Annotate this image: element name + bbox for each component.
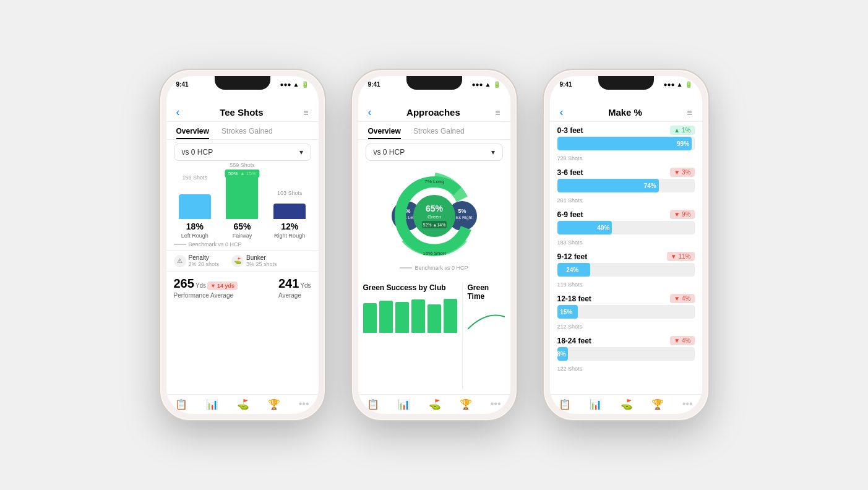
nav-trophy-1[interactable]: 🏆: [268, 398, 280, 410]
perf-badge: ▼ 14 yds: [207, 282, 238, 290]
benchmark-line-1: [174, 244, 186, 245]
dist-row-2: 6-9 feet ▼ 9% 40% 183 Shots: [557, 210, 695, 247]
penalty-item: ⚠ Penalty 2% 20 shots: [174, 254, 220, 267]
nav-trophy-3[interactable]: 🏆: [651, 398, 664, 410]
club-bar-2: [379, 301, 393, 333]
change-badge-0: ▲ 1%: [670, 126, 694, 135]
nav-trophy-2[interactable]: 🏆: [460, 398, 472, 410]
change-badge-2: ▼ 9%: [670, 210, 694, 219]
nav-golf-2[interactable]: ⛳: [429, 398, 441, 410]
change-badge-3: ▼ 11%: [667, 252, 695, 261]
dist-row-5: 18-24 feet ▼ 4% 8% 122 Shots: [557, 336, 695, 373]
svg-text:Green: Green: [427, 214, 440, 220]
screen-title-2: Approaches: [406, 107, 460, 118]
bunker-icon: ⛳: [231, 255, 244, 267]
nav-more-2[interactable]: •••: [491, 398, 501, 410]
bar-left-rough: 156 Shots 18% Left Rough: [179, 174, 211, 239]
notch-3: [598, 76, 654, 90]
penalty-row-1: ⚠ Penalty 2% 20 shots ⛳ Bunker 3% 25 sho…: [166, 250, 319, 271]
change-badge-4: ▼ 4%: [670, 294, 694, 303]
svg-text:5%: 5%: [458, 208, 466, 214]
club-bars: [363, 296, 457, 333]
tab-strokes-1[interactable]: Strokes Gained: [221, 124, 273, 139]
avg-block: 241 Yds Average: [278, 277, 311, 299]
status-icons-1: ●●● ▲ 🔋: [280, 81, 308, 88]
tab-overview-2[interactable]: Overview: [368, 124, 401, 139]
filter-icon-2[interactable]: ≡: [495, 108, 500, 118]
club-chart-section: Green Success by Club: [363, 283, 457, 389]
nav-chart-2[interactable]: 📊: [398, 398, 410, 410]
notch-1: [215, 76, 270, 90]
phones-container: 9:41 ●●● ▲ 🔋 ‹ Tee Shots ≡ Overview Stro…: [159, 69, 710, 421]
fairway-badge: 50% ▲ 15%: [225, 170, 259, 178]
tabs-1: Overview Strokes Gained: [166, 122, 319, 140]
svg-text:7% Long: 7% Long: [424, 179, 444, 184]
benchmark-line-2: [400, 267, 412, 269]
filter-icon-1[interactable]: ≡: [303, 108, 308, 118]
dropdown-1[interactable]: vs 0 HCP ▾: [174, 144, 311, 161]
time-2: 9:41: [368, 81, 380, 88]
header-1: ‹ Tee Shots ≡: [166, 102, 319, 122]
nav-scorecard-1[interactable]: 📋: [175, 398, 187, 410]
chart-area-1: 156 Shots 18% Left Rough 559 Shots 50%: [166, 165, 319, 239]
screen-title-1: Tee Shots: [220, 107, 264, 118]
nav-scorecard-2[interactable]: 📋: [367, 398, 379, 410]
status-icons-3: ●●● ▲ 🔋: [663, 81, 692, 88]
dist-row-3: 9-12 feet ▼ 11% 24% 119 Shots: [557, 252, 695, 289]
status-icons-2: ●●● ▲ 🔋: [471, 81, 500, 88]
header-2: ‹ Approaches ≡: [358, 102, 510, 122]
tabs-2: Overview Strokes Gained: [358, 122, 510, 140]
status-bar-3: 9:41 ●●● ▲ 🔋: [550, 76, 702, 102]
benchmark-1: Benchmark vs 0 HCP: [166, 239, 319, 250]
bottom-nav-2: 📋 📊 ⛳ 🏆 •••: [358, 394, 510, 414]
club-bar-6: [444, 299, 457, 333]
time-1: 9:41: [176, 81, 189, 88]
status-bar-2: 9:41 ●●● ▲ 🔋: [358, 76, 510, 102]
svg-text:16% Short: 16% Short: [423, 251, 446, 256]
filter-icon-3[interactable]: ≡: [687, 108, 692, 118]
donut-area: 5% Miss Right 6% Miss Left: [358, 165, 510, 278]
club-bar-1: [363, 303, 377, 333]
nav-chart-1[interactable]: 📊: [206, 398, 218, 410]
time-3: 9:41: [560, 81, 572, 88]
bottom-nav-1: 📋 📊 ⛳ 🏆 •••: [166, 394, 319, 414]
nav-chart-3[interactable]: 📊: [590, 398, 602, 410]
nav-golf-3[interactable]: ⛳: [621, 398, 633, 410]
stats-row-1: 265 Yds ▼ 14 yds Performance Average 241…: [166, 271, 319, 304]
benchmark-2: Benchmark vs 0 HCP: [392, 262, 475, 273]
bar-right-rough: 103 Shots 12% Right Rough: [273, 190, 306, 239]
dist-row-1: 3-6 feet ▼ 3% 74% 261 Shots: [557, 168, 695, 205]
perf-avg-block: 265 Yds ▼ 14 yds Performance Average: [174, 277, 238, 299]
club-bar-4: [411, 299, 425, 333]
penalty-icon: ⚠: [174, 255, 186, 267]
back-button-3[interactable]: ‹: [560, 106, 564, 119]
bar-fairway: 559 Shots 50% ▲ 15% 65% Fairway: [226, 162, 258, 239]
change-badge-5: ▼ 4%: [670, 336, 694, 345]
back-button-2[interactable]: ‹: [368, 106, 372, 119]
dist-row-4: 12-18 feet ▼ 4% 15% 212 Shots: [557, 294, 695, 331]
phone-make-pct: 9:41 ●●● ▲ 🔋 ‹ Make % ≡ 0-3 fee: [543, 69, 710, 421]
notch-2: [406, 76, 462, 90]
donut-container: 5% Miss Right 6% Miss Left: [382, 170, 487, 262]
club-bar-3: [395, 302, 409, 333]
nav-more-3[interactable]: •••: [682, 398, 693, 410]
nav-scorecard-3[interactable]: 📋: [559, 398, 571, 410]
phone-tee-shots: 9:41 ●●● ▲ 🔋 ‹ Tee Shots ≡ Overview Stro…: [159, 69, 326, 421]
dropdown-2[interactable]: vs 0 HCP ▾: [366, 144, 503, 161]
header-3: ‹ Make % ≡: [550, 102, 702, 122]
green-time-chart: [468, 304, 505, 335]
nav-more-1[interactable]: •••: [299, 398, 309, 410]
nav-golf-1[interactable]: ⛳: [237, 398, 249, 410]
back-button-1[interactable]: ‹: [176, 106, 180, 119]
tab-overview-1[interactable]: Overview: [176, 124, 209, 139]
change-badge-1: ▼ 3%: [670, 168, 694, 177]
status-bar-1: 9:41 ●●● ▲ 🔋: [166, 76, 319, 102]
donut-svg: 5% Miss Right 6% Miss Left: [382, 170, 487, 262]
svg-text:65%: 65%: [425, 204, 443, 213]
bunker-item: ⛳ Bunker 3% 25 shots: [231, 254, 277, 267]
svg-text:52%  ▲14%: 52% ▲14%: [423, 223, 445, 227]
dist-row-0: 0-3 feet ▲ 1% 99% 728 Shots: [557, 126, 695, 163]
tab-strokes-2[interactable]: Strokes Gained: [413, 124, 465, 139]
screen-title-3: Make %: [608, 107, 642, 118]
make-pct-list: 0-3 feet ▲ 1% 99% 728 Shots 3: [550, 122, 702, 394]
